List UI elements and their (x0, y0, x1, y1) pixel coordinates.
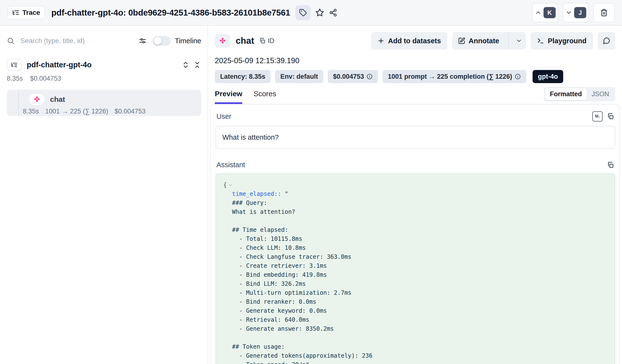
info-icon (515, 73, 521, 80)
user-message-text: What is attention? (222, 134, 279, 141)
generation-type-chip: ✤ (215, 34, 230, 48)
trace-tree-panel: Timeline pdf-chatter-gpt-4o 8.35s $0.004… (0, 26, 208, 364)
trace-latency: 8.35s (7, 75, 23, 82)
trace-cost: $0.004753 (30, 75, 61, 82)
annotate-button[interactable]: Annotate (452, 32, 505, 50)
tab-scores[interactable]: Scores (253, 90, 276, 104)
chevron-up-icon (535, 9, 542, 16)
generation-icon: ✤ (34, 96, 40, 103)
list-tree-icon (12, 9, 19, 16)
trace-root-name: pdf-chatter-gpt-4o (27, 60, 182, 69)
plus-icon (377, 37, 385, 44)
json-open-quote: " (281, 191, 288, 197)
observation-latency: 8.35s (23, 108, 39, 115)
tag-icon (299, 9, 307, 17)
copy-user-content-button[interactable] (607, 113, 614, 120)
trash-icon (600, 9, 608, 17)
model-badge[interactable]: gpt-4o (533, 70, 563, 83)
preview-scroll-area[interactable]: User M↓ What is attention? Assistant (210, 104, 620, 364)
next-trace-button[interactable]: J (563, 3, 589, 22)
observation-tokens: 1001 → 225 (∑ 1226) (45, 108, 108, 115)
sliders-icon (139, 37, 147, 45)
chevron-down-icon (516, 38, 522, 44)
search-icon (7, 37, 15, 45)
trace-chip-label: Trace (22, 9, 40, 17)
observation-cost: $0.004753 (115, 108, 146, 115)
chevron-down-icon (565, 9, 572, 16)
bookmark-star-button[interactable] (315, 8, 324, 17)
generation-icon: ✤ (219, 37, 226, 44)
shortcut-key-j: J (574, 7, 586, 18)
observation-row-chat[interactable]: ✤ chat 8.35s 1001 → 225 (∑ 1226) $0.0047… (7, 90, 201, 116)
add-to-datasets-button[interactable]: Add to datasets (371, 32, 447, 50)
list-tree-icon (11, 61, 18, 68)
tab-preview[interactable]: Preview (215, 90, 242, 104)
top-header: Trace pdf-chatter-gpt-4o: 0bde9629-4251-… (0, 0, 622, 26)
observation-timestamp: 2025-05-09 12:15:39.190 (215, 56, 615, 65)
tags-button[interactable] (295, 5, 311, 20)
assistant-json-box: { time_elapsed:: " ### Query: What is at… (215, 173, 615, 364)
generation-type-chip: ✤ (29, 93, 45, 106)
message-bubble-icon (603, 37, 610, 45)
annotate-label: Annotate (469, 37, 499, 45)
observation-title: chat (236, 36, 254, 46)
page-title: pdf-chatter-gpt-4o: 0bde9629-4251-4386-b… (51, 8, 290, 18)
trace-node-chip (7, 59, 22, 71)
info-icon (366, 73, 373, 80)
env-badge: Env: default (275, 70, 323, 83)
observation-detail-panel: ✤ chat ID Add to datasets (208, 26, 622, 364)
shortcut-key-k: K (544, 7, 556, 18)
add-to-datasets-label: Add to datasets (388, 37, 441, 45)
terminal-icon (537, 37, 544, 44)
comments-button[interactable] (598, 32, 615, 50)
copy-id-button[interactable] (259, 38, 266, 44)
timeline-label: Timeline (175, 37, 201, 45)
format-segmented-control: Formatted JSON (544, 87, 615, 101)
json-collapse-button[interactable] (228, 183, 233, 188)
annotate-split-button: Annotate (452, 32, 526, 50)
json-key-time-elapsed: time_elapsed:: (232, 191, 281, 197)
delete-trace-button[interactable] (593, 3, 615, 22)
playground-label: Playground (548, 37, 586, 45)
tree-root-row[interactable]: pdf-chatter-gpt-4o (7, 59, 201, 71)
share-icon (329, 8, 337, 17)
format-option-json[interactable]: JSON (587, 88, 614, 100)
copy-assistant-content-button[interactable] (607, 161, 614, 169)
prev-trace-button[interactable]: K (532, 3, 558, 22)
button-divider (508, 32, 509, 50)
view-options-button[interactable] (139, 37, 147, 45)
trace-type-chip: Trace (7, 6, 45, 19)
tree-indent-guide (19, 90, 19, 116)
toggle-knob (154, 37, 162, 45)
share-button[interactable] (329, 8, 337, 17)
format-option-formatted[interactable]: Formatted (545, 88, 587, 100)
observation-name: chat (50, 95, 65, 103)
id-label: ID (268, 37, 274, 45)
markdown-toggle-button[interactable]: M↓ (592, 111, 603, 121)
assistant-json-body: ### Query: What is attention? ## Time el… (223, 198, 608, 364)
token-usage-badge: 1001 prompt → 225 completion (∑ 1226) (382, 70, 526, 83)
star-icon (315, 8, 324, 17)
expand-all-button[interactable] (182, 61, 190, 69)
user-section-label: User (216, 113, 231, 120)
timeline-toggle[interactable] (153, 36, 171, 46)
json-open-brace: { (223, 181, 227, 190)
latency-badge: Latency: 8.35s (215, 70, 271, 83)
user-message-box: What is attention? (215, 126, 615, 149)
cost-badge: $0.004753 (328, 70, 378, 83)
playground-button[interactable]: Playground (531, 32, 593, 50)
search-input[interactable] (20, 37, 139, 45)
collapse-all-button[interactable] (194, 61, 201, 69)
square-pen-icon (458, 37, 465, 44)
assistant-section-label: Assistant (216, 161, 245, 169)
annotate-dropdown-button[interactable] (512, 32, 526, 50)
